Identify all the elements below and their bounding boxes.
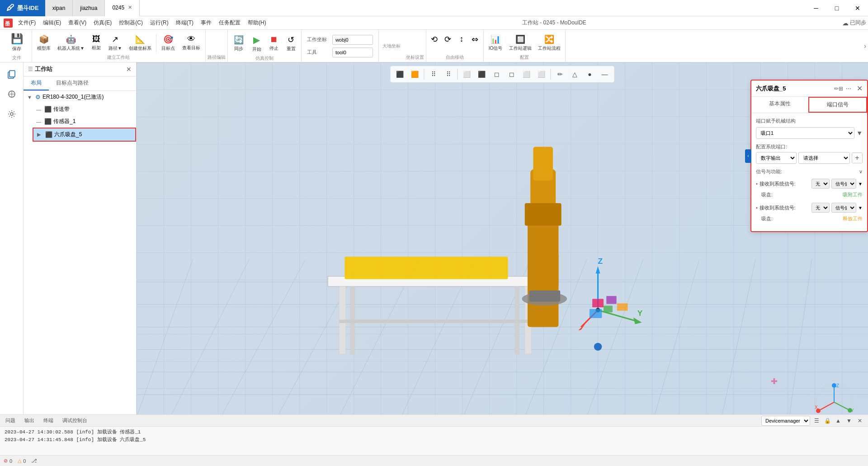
rp-more-icon[interactable]: ⋯ xyxy=(846,86,851,92)
rp-layout-icon[interactable]: ⊞ xyxy=(839,86,843,92)
log-lock-icon[interactable]: 🔒 xyxy=(823,416,832,425)
log-close-icon[interactable]: ✕ xyxy=(855,416,864,425)
signal-dropdown-icon-1[interactable]: ▼ xyxy=(858,181,863,186)
robot-system-button[interactable]: 🤖 机器人系统▼ xyxy=(55,33,87,53)
menu-file[interactable]: 文件(F) xyxy=(14,17,39,29)
titlebar: 🖊 墨斗IDE xipan jiazhua 0245 ✕ ─ □ ✕ xyxy=(0,0,868,16)
tab-targets[interactable]: 目标点与路径 xyxy=(49,76,96,90)
free-move-btn2[interactable]: ⟳ xyxy=(442,33,454,46)
signal-type-select-1[interactable]: 信号值 xyxy=(831,179,856,189)
minimize-btn[interactable]: ─ xyxy=(806,0,826,16)
action-value-2[interactable]: 释放工件 xyxy=(843,215,863,222)
signal-dropdown-icon-2[interactable]: ▼ xyxy=(858,205,863,210)
app-tab[interactable]: 🖊 墨斗IDE xyxy=(0,0,45,16)
panel-menu-icon: ☰ xyxy=(28,66,33,72)
target-point-button[interactable]: 🎯 目标点 xyxy=(158,33,178,53)
workstation-logic-button[interactable]: 🔲 工作站逻辑 xyxy=(506,33,534,53)
frame-button[interactable]: 🖼 框架 xyxy=(88,33,104,53)
signal-chevron-icon[interactable]: ∨ xyxy=(859,169,863,175)
stop-button[interactable]: ⏹ 停止 xyxy=(266,33,282,53)
workstation-flow-button[interactable]: 🔀 工作站流程 xyxy=(535,33,563,53)
menu-controller[interactable]: 控制器(C) xyxy=(115,17,146,29)
rp-close-btn[interactable]: ✕ xyxy=(857,84,863,93)
tree-item-sensor[interactable]: — ⬛ 传感器_1 xyxy=(33,115,136,128)
signal-value-select-1[interactable]: 无 xyxy=(811,179,830,189)
close-btn[interactable]: ✕ xyxy=(847,0,868,16)
menu-taskconfig[interactable]: 任务配置 xyxy=(215,17,244,29)
panel-expand-arrow[interactable]: ‹ xyxy=(745,149,751,163)
path-button[interactable]: ↗ 路径▼ xyxy=(105,33,125,53)
start-button[interactable]: ▶ 开始 xyxy=(249,33,265,54)
tool-input[interactable] xyxy=(332,48,373,57)
log-down-icon[interactable]: ▼ xyxy=(844,416,854,425)
app-logo-icon: 墨 xyxy=(2,17,14,29)
workobj-input[interactable] xyxy=(332,35,373,45)
svg-rect-38 xyxy=(530,254,558,288)
action-value-1[interactable]: 吸附工件 xyxy=(843,191,863,198)
log-device-select[interactable]: Devicemanager xyxy=(761,416,810,426)
log-tab-problems[interactable]: 问题 xyxy=(4,416,17,425)
log-tab-terminal[interactable]: 终端 xyxy=(42,416,55,425)
menu-sim[interactable]: 仿真(E) xyxy=(90,17,115,29)
marker-point xyxy=(594,343,602,351)
sync-status[interactable]: ☁ 已同步 xyxy=(842,19,866,27)
config-label: 配置系统端口: xyxy=(756,143,863,150)
log-tab-output[interactable]: 输出 xyxy=(23,416,36,425)
menu-help[interactable]: 帮助(H) xyxy=(244,17,270,29)
tab-jiazhua[interactable]: jiazhua xyxy=(73,0,105,16)
view-target-button[interactable]: 👁 查看目标 xyxy=(179,33,203,53)
free-move-btn4[interactable]: ⇔ xyxy=(469,33,481,46)
panel-close-icon[interactable]: ✕ xyxy=(126,66,132,73)
sync-button[interactable]: 🔄 同步 xyxy=(230,33,248,54)
toolbar-expand-icon[interactable]: › xyxy=(864,42,866,50)
maximize-btn[interactable]: □ xyxy=(826,0,847,16)
menu-terminal[interactable]: 终端(T) xyxy=(172,17,197,29)
reset-button[interactable]: ↺ 重置 xyxy=(283,33,299,54)
svg-line-17 xyxy=(221,259,306,417)
toolbar-group-coords: 坐标设置 xyxy=(404,30,426,62)
rp-tab-basic[interactable]: 基本属性 xyxy=(751,97,808,113)
config-add-btn[interactable]: + xyxy=(852,152,863,163)
tree-item-conveyor[interactable]: — ⬛ 传送带 xyxy=(33,103,136,115)
sidebar-icon-workstation[interactable] xyxy=(4,86,20,102)
rp-edit-icon[interactable]: ✏ xyxy=(834,86,839,92)
log-tabs: 问题 输出 终端 调试控制台 Devicemanager ☰ 🔒 ▲ ▼ ✕ xyxy=(0,415,868,427)
svg-rect-48 xyxy=(592,299,604,308)
io-signal-button[interactable]: 📊 IO信号 xyxy=(486,33,505,53)
rp-tab-port[interactable]: 端口信号 xyxy=(808,97,867,113)
start-icon: ▶ xyxy=(253,34,260,45)
tree-item-sucker[interactable]: ▶ ⬛ 六爪吸盘_5 xyxy=(33,128,136,142)
sidebar-icon-copy[interactable] xyxy=(4,66,20,82)
port-assign-select[interactable]: 吸口1 xyxy=(756,127,854,139)
create-coord-button[interactable]: 📐 创建坐标系 xyxy=(126,33,154,53)
svg-rect-28 xyxy=(345,257,508,279)
menu-event[interactable]: 事件 xyxy=(197,17,215,29)
config-value-select[interactable]: 请选择 xyxy=(798,152,850,164)
log-tab-debug[interactable]: 调试控制台 xyxy=(61,416,89,425)
tab-0245[interactable]: 0245 ✕ xyxy=(105,0,140,16)
tree-item-robot[interactable]: ▼ ⚙ ER180-4-3200_1(已激活) xyxy=(24,91,136,103)
config-row: 数字输出 请选择 + xyxy=(756,152,863,164)
branch-icon: ⎇ xyxy=(31,458,37,464)
log-list-icon[interactable]: ☰ xyxy=(812,416,821,425)
free-move-btn3[interactable]: ↕ xyxy=(455,33,468,46)
log-up-icon[interactable]: ▲ xyxy=(834,416,843,425)
tab-layout[interactable]: 布局 xyxy=(24,76,49,90)
model-library-button[interactable]: 📦 模型库 xyxy=(34,33,54,53)
config-type-select[interactable]: 数字输出 xyxy=(756,152,797,164)
menu-run[interactable]: 运行(R) xyxy=(146,17,172,29)
path-icon: ↗ xyxy=(112,34,118,44)
menu-view[interactable]: 查看(V) xyxy=(65,17,90,29)
menu-edit[interactable]: 编辑(E) xyxy=(39,17,65,29)
save-button[interactable]: 💾 保存 xyxy=(5,31,28,54)
free-move-btn1[interactable]: ⟲ xyxy=(428,33,441,46)
signal-section: 信号与功能: ∨ xyxy=(756,168,863,175)
signal-value-select-2[interactable]: 无 xyxy=(811,203,830,213)
tab-close-icon[interactable]: ✕ xyxy=(128,5,132,10)
sidebar-icon-settings[interactable] xyxy=(4,106,20,122)
tab-xipan[interactable]: xipan xyxy=(45,0,73,16)
signal-type-select-2[interactable]: 信号值 xyxy=(831,203,856,213)
port-dropdown-icon[interactable]: ▼ xyxy=(856,129,863,137)
reset-icon: ↺ xyxy=(288,35,294,45)
error-icon: ⊘ xyxy=(4,458,8,464)
